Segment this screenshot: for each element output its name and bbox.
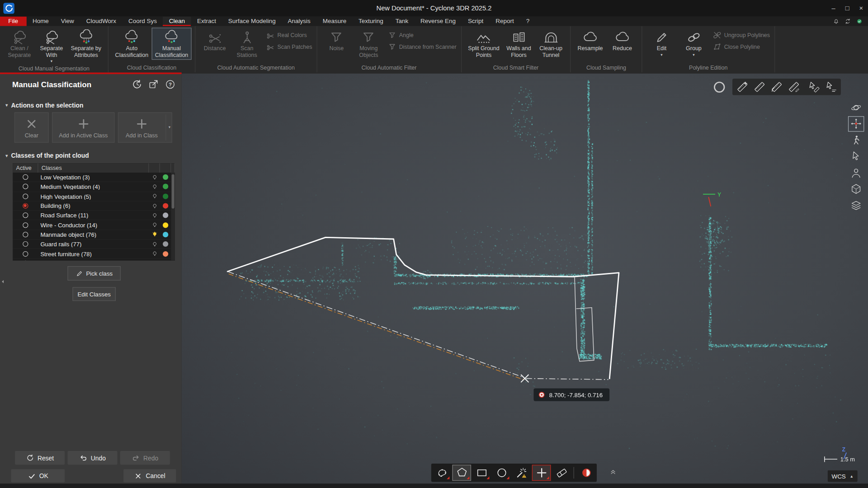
close-button[interactable]: × — [854, 0, 868, 17]
freehand-select-button[interactable] — [432, 465, 451, 481]
walk-mode-button[interactable] — [848, 132, 864, 148]
measure-add-button[interactable] — [733, 79, 750, 94]
ribbon-noise-button[interactable]: Noise — [321, 28, 353, 53]
ribbon-ungroup-polylines-button[interactable]: Ungroup Polylines — [713, 30, 770, 40]
viewport-3d[interactable]: YZ 8.700; -7.854; 0.716 1.5 m WCS ▲ — [182, 74, 868, 488]
ribbon-distance-button[interactable]: Distance — [199, 28, 231, 53]
measure-angle-button[interactable] — [768, 79, 785, 94]
class-active-radio[interactable] — [23, 232, 28, 237]
ribbon-separate-with-button[interactable]: Separate With▾ — [35, 28, 67, 65]
magic-wand-button[interactable] — [512, 465, 531, 481]
class-active-radio[interactable] — [23, 203, 28, 208]
notifications-bell-icon[interactable] — [833, 18, 840, 25]
ribbon-auto-classification-button[interactable]: Auto Classification — [112, 28, 151, 60]
table-scrollbar[interactable] — [171, 173, 175, 261]
tab-analysis[interactable]: Analysis — [282, 17, 316, 26]
measure-edit-button[interactable] — [785, 79, 802, 94]
status-connected-icon[interactable] — [856, 18, 863, 25]
help-icon[interactable]: ? — [165, 79, 176, 90]
ribbon-walls-and-floors-button[interactable]: Walls and Floors — [503, 28, 535, 60]
ribbon-scan-stations-button[interactable]: Scan Stations — [231, 28, 263, 60]
bulb-off-icon[interactable] — [151, 174, 157, 180]
bulb-off-icon[interactable] — [151, 183, 157, 189]
tab-help[interactable]: ? — [520, 17, 535, 26]
cancel-button[interactable]: Cancel — [123, 469, 176, 482]
redo-button[interactable]: Redo — [120, 451, 170, 465]
pick-class-button[interactable]: Pick class — [67, 266, 121, 281]
class-row-wire-conductor-14[interactable]: Wire - Conductor (14) — [13, 221, 171, 230]
tab-surface-modeling[interactable]: Surface Modeling — [222, 17, 282, 26]
layers-stack-button[interactable] — [848, 197, 864, 213]
tab-coord-sys[interactable]: Coord Sys — [123, 17, 163, 26]
ribbon-angle-button[interactable]: Angle — [388, 30, 456, 40]
bulb-off-icon[interactable] — [151, 212, 157, 218]
class-row-low-vegetation-3[interactable]: Low Vegetation (3) — [13, 173, 171, 182]
wcs-selector[interactable]: WCS ▲ — [828, 470, 858, 482]
section-actions-header[interactable]: ▾ Actions on the selection — [5, 102, 83, 108]
bulb-on-icon[interactable] — [151, 231, 157, 237]
class-active-radio[interactable] — [23, 213, 28, 218]
ribbon-close-polyline-button[interactable]: Close Polyline — [713, 42, 770, 52]
ok-button[interactable]: OK — [11, 469, 65, 482]
measure-pick-alt-button[interactable] — [823, 79, 840, 94]
bulb-off-icon[interactable] — [151, 251, 157, 257]
measure-distance-button[interactable] — [750, 79, 768, 94]
ribbon-distance-from-scanner-button[interactable]: Distance from Scanner — [388, 42, 456, 52]
ribbon-reduce-button[interactable]: Reduce — [606, 28, 638, 53]
ribbon-resample-button[interactable]: Resample — [574, 28, 606, 53]
pointer-edit-button[interactable] — [848, 149, 864, 164]
bulb-off-icon[interactable] — [151, 241, 157, 247]
eraser-button[interactable] — [552, 465, 571, 481]
polygon-select-button[interactable] — [452, 465, 471, 481]
tab-clean[interactable]: Clean — [163, 17, 191, 26]
class-row-high-vegetation-5[interactable]: High Vegetation (5) — [13, 192, 171, 201]
ribbon-moving-objects-button[interactable]: Moving Objects — [353, 28, 385, 60]
export-icon[interactable] — [148, 79, 160, 90]
ribbon-manual-classification-button[interactable]: Manual Classification — [151, 28, 191, 60]
ribbon-group-button[interactable]: Group▾ — [678, 28, 710, 58]
ribbon-separate-by-attributes-button[interactable]: Separate by Attributes — [67, 28, 104, 60]
tab-texturing[interactable]: Texturing — [353, 17, 390, 26]
history-icon[interactable] — [131, 79, 143, 90]
class-row-building-6[interactable]: Building (6) — [13, 202, 171, 211]
section-classes-header[interactable]: ▾ Classes of the point cloud — [5, 152, 89, 159]
tab-tank[interactable]: Tank — [389, 17, 414, 26]
measure-pick-button[interactable] — [806, 79, 823, 94]
tab-report[interactable]: Report — [490, 17, 520, 26]
class-row-street-furniture-78[interactable]: Street furniture (78) — [13, 249, 171, 258]
tab-cloudworx[interactable]: CloudWorx — [80, 17, 122, 26]
snap-indicator-button[interactable] — [712, 80, 727, 94]
avatar-view-button[interactable] — [848, 165, 864, 181]
sync-refresh-icon[interactable] — [844, 18, 851, 25]
class-active-radio[interactable] — [23, 184, 28, 189]
edit-classes-button[interactable]: Edit Classes — [72, 287, 116, 301]
tab-view[interactable]: View — [55, 17, 80, 26]
circle-select-button[interactable] — [492, 465, 511, 481]
tab-home[interactable]: Home — [26, 17, 55, 26]
class-row-street-lamp-80[interactable]: Street lamp (80) — [13, 259, 171, 261]
tab-script[interactable]: Script — [462, 17, 489, 26]
scrollbar-thumb[interactable] — [172, 174, 175, 209]
class-active-radio[interactable] — [23, 241, 28, 247]
ribbon-real-colors-button[interactable]: Real Colors — [266, 30, 312, 40]
minimize-button[interactable]: – — [826, 0, 840, 17]
pan-target-button[interactable] — [848, 116, 864, 132]
bulb-off-icon[interactable] — [151, 222, 157, 228]
bulb-off-icon[interactable] — [151, 260, 157, 261]
tab-extract[interactable]: Extract — [191, 17, 222, 26]
ribbon-clean-separate-button[interactable]: Clean / Separate — [3, 28, 35, 60]
class-row-medium-vegetation-4[interactable]: Medium Vegetation (4) — [13, 182, 171, 192]
bulb-off-icon[interactable] — [151, 203, 157, 209]
dropdown-arrow-icon[interactable]: ▾ — [166, 115, 170, 141]
ribbon-edit-button[interactable]: Edit▾ — [646, 28, 678, 58]
class-active-radio[interactable] — [23, 222, 28, 228]
class-row-guard-rails-77[interactable]: Guard rails (77) — [13, 239, 171, 249]
class-row-manmade-object-76[interactable]: Manmade object (76) — [13, 230, 171, 239]
class-row-road-surface-11[interactable]: Road Surface (11) — [13, 211, 171, 221]
point-pick-button[interactable] — [532, 465, 551, 481]
reset-button[interactable]: Reset — [15, 451, 65, 465]
rectangle-select-button[interactable] — [472, 465, 491, 481]
iso-cube-button[interactable] — [848, 181, 864, 197]
ribbon-split-ground-points-button[interactable]: Split Ground Points — [465, 28, 503, 60]
class-active-radio[interactable] — [23, 251, 28, 256]
